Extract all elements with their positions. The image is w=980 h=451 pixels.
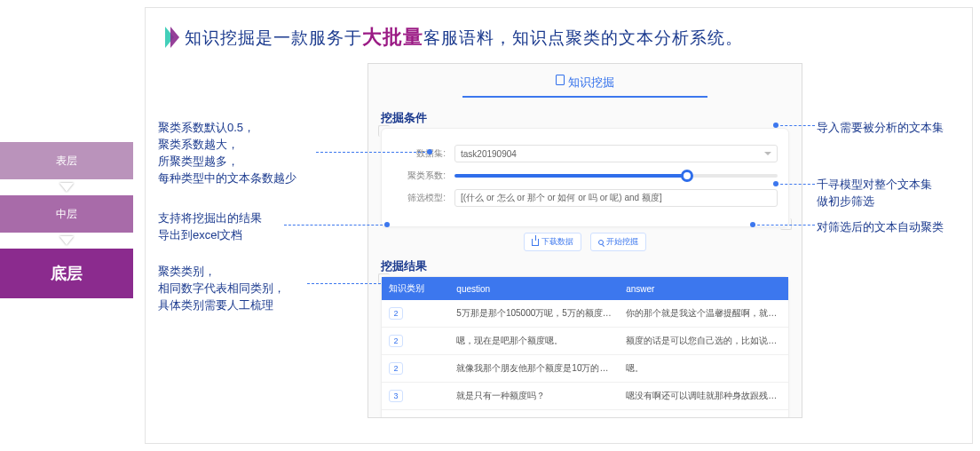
- connector: [776, 125, 815, 126]
- cell-question: 5万那是那个105000万呢，5万的额度对…: [449, 300, 619, 328]
- heading-em: 大批量: [362, 26, 423, 48]
- heading: 知识挖掘是一款服务于大批量客服语料，知识点聚类的文本分析系统。: [162, 24, 956, 51]
- connector-dot: [383, 281, 388, 286]
- cell-category: 2: [382, 355, 449, 383]
- table-row: 2就像我那个朋友他那个额度是10万的嘛…嗯。: [382, 355, 788, 383]
- download-button[interactable]: 下载数据: [524, 233, 581, 251]
- main-panel: 知识挖掘是一款服务于大批量客服语料，知识点聚类的文本分析系统。 知识挖掘 挖掘条…: [145, 7, 973, 444]
- category-tag[interactable]: 2: [389, 335, 403, 347]
- anno-category: 聚类类别， 相同数字代表相同类别， 具体类别需要人工梳理: [158, 264, 285, 314]
- cell-question: 哈家质重度也有嘛，你就说一个额度吗？: [449, 410, 619, 419]
- button-row: 下载数据 开始挖掘: [381, 233, 789, 251]
- results-table: 知识类别 question answer 25万那是那个105000万呢，5万的…: [382, 277, 788, 418]
- row-coef: 聚类系数:: [392, 170, 778, 182]
- dataset-select[interactable]: task20190904: [454, 145, 778, 162]
- connector-dot: [750, 222, 755, 227]
- cell-category: 2: [382, 300, 449, 328]
- document-icon: [556, 75, 565, 85]
- search-icon: [598, 240, 604, 245]
- col-answer: answer: [619, 277, 788, 300]
- chevron-right-icon: [165, 27, 176, 48]
- cell-answer: 你的那个就是我这个温馨提醒啊，就是…: [619, 300, 788, 328]
- category-tag[interactable]: 3: [389, 390, 403, 402]
- cell-question: 嗯，现在是吧那个额度嗯。: [449, 328, 619, 355]
- dataset-value: task20190904: [461, 149, 517, 159]
- chevron-down-icon: [764, 152, 771, 155]
- layer-top-label: 表层: [56, 154, 77, 169]
- col-question: question: [449, 277, 619, 300]
- anno-filter: 千寻模型对整个文本集 做初步筛选: [817, 177, 932, 210]
- sidebar-layers: 表层 中层 底层: [0, 142, 133, 314]
- filter-label: 筛选模型:: [392, 192, 446, 204]
- heading-pre: 知识挖掘是一款服务于: [185, 28, 362, 47]
- section-conditions-label: 挖掘条件: [381, 110, 427, 126]
- cell-question: 就是只有一种额度吗？: [449, 383, 619, 410]
- layer-bot: 底层: [0, 249, 133, 298]
- start-label: 开始挖掘: [606, 236, 638, 248]
- download-icon: [532, 239, 539, 246]
- connector: [307, 283, 385, 284]
- category-tag[interactable]: 2: [389, 362, 403, 375]
- category-tag[interactable]: 2: [389, 307, 403, 320]
- start-button[interactable]: 开始挖掘: [590, 233, 646, 251]
- app-screenshot: 知识挖掘 挖掘条件 数据集: task20190904 聚类系数: 筛选模型: …: [368, 63, 802, 418]
- heading-post: 客服语料，知识点聚类的文本分析系统。: [423, 28, 743, 47]
- row-dataset: 数据集: task20190904: [392, 145, 778, 162]
- slider-thumb[interactable]: [681, 170, 693, 182]
- row-filter: 筛选模型: [(什么 or 怎么 or 那个 or 如何 or 吗 or 呢) …: [392, 189, 778, 207]
- anno-coef: 聚类系数默认0.5， 聚类系数越大， 所聚类型越多， 每种类型中的文本条数越少: [158, 120, 296, 186]
- anno-cluster: 对筛选后的文本自动聚类: [817, 219, 944, 236]
- cell-answer: 额度的话是可以您自己选的，比如说你…: [619, 328, 788, 355]
- col-category: 知识类别: [382, 277, 449, 300]
- cell-answer: 嗯。: [619, 410, 788, 419]
- arrow-down-icon: [59, 183, 74, 192]
- anno-export: 支持将挖掘出的结果 导出到excel文档: [158, 210, 262, 244]
- connector-dot: [773, 181, 778, 186]
- cell-category: 2: [382, 328, 449, 355]
- cell-category: 3: [382, 410, 449, 419]
- category-tag[interactable]: 3: [389, 417, 403, 418]
- cell-category: 3: [382, 383, 449, 410]
- app-title-text: 知识挖掘: [568, 75, 614, 91]
- app-title: 知识挖掘: [462, 71, 707, 98]
- table-row: 2嗯，现在是吧那个额度嗯。额度的话是可以您自己选的，比如说你…: [382, 328, 788, 355]
- layer-top: 表层: [0, 142, 133, 179]
- dataset-label: 数据集:: [392, 147, 446, 160]
- layer-mid: 中层: [0, 195, 133, 233]
- table-row: 3就是只有一种额度吗？嗯没有啊还可以调哇就那种身故跟残疾…: [382, 383, 788, 410]
- cell-answer: 嗯没有啊还可以调哇就那种身故跟残疾…: [619, 383, 788, 410]
- filter-value: [(什么 or 怎么 or 那个 or 如何 or 吗 or 呢) and 额度…: [461, 192, 662, 204]
- connector: [284, 225, 387, 226]
- connector: [316, 152, 430, 153]
- cell-question: 就像我那个朋友他那个额度是10万的嘛…: [449, 355, 619, 383]
- connector-dot: [427, 149, 432, 154]
- arrow-down-icon: [59, 236, 74, 245]
- heading-text: 知识挖掘是一款服务于大批量客服语料，知识点聚类的文本分析系统。: [185, 24, 743, 51]
- table-row: 25万那是那个105000万呢，5万的额度对…你的那个就是我这个温馨提醒啊，就是…: [382, 300, 788, 328]
- filter-input[interactable]: [(什么 or 怎么 or 那个 or 如何 or 吗 or 呢) and 额度…: [454, 189, 778, 207]
- connector-dot: [773, 123, 778, 128]
- connector-dot: [384, 222, 390, 227]
- download-label: 下载数据: [541, 236, 573, 248]
- section-results-label: 挖掘结果: [381, 258, 427, 274]
- results-card: 知识类别 question answer 25万那是那个105000万呢，5万的…: [381, 276, 789, 418]
- table-row: 3哈家质重度也有嘛，你就说一个额度吗？嗯。: [382, 410, 788, 419]
- layer-mid-label: 中层: [56, 207, 77, 222]
- connector: [776, 184, 815, 185]
- connector: [753, 225, 815, 226]
- layer-bot-label: 底层: [51, 263, 83, 284]
- conditions-card: 数据集: task20190904 聚类系数: 筛选模型: [(什么 or 怎么…: [381, 128, 789, 227]
- cell-answer: 嗯。: [619, 355, 788, 383]
- coef-label: 聚类系数:: [392, 170, 446, 182]
- anno-import: 导入需要被分析的文本集: [817, 120, 944, 137]
- coef-slider[interactable]: [454, 174, 778, 178]
